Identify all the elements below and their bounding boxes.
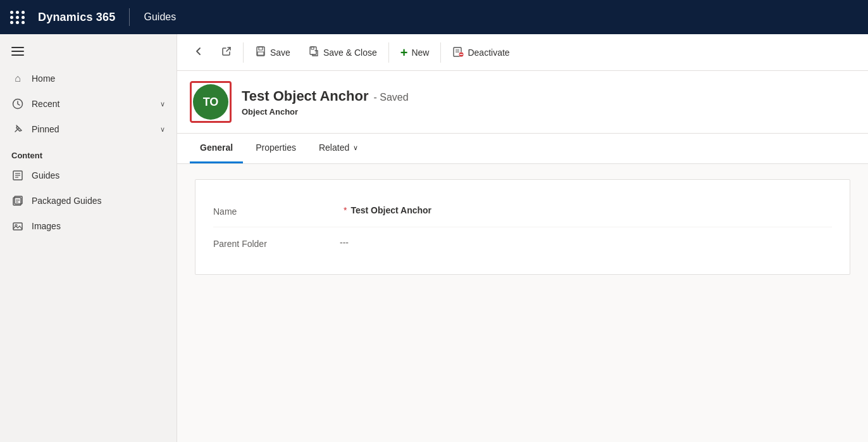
save-label: Save: [270, 47, 290, 58]
plus-icon: +: [400, 46, 408, 59]
field-value-name[interactable]: Test Object Anchor: [350, 205, 431, 215]
sidebar-item-home[interactable]: ⌂ Home: [0, 66, 177, 91]
sidebar-item-guides[interactable]: Guides: [0, 163, 177, 188]
field-value-parent-folder[interactable]: ---: [340, 237, 349, 248]
save-close-icon: [308, 46, 319, 60]
back-button[interactable]: [185, 34, 213, 70]
app-launcher-icon[interactable]: [10, 11, 25, 24]
toolbar-divider-3: [440, 42, 441, 63]
deactivate-icon: [452, 46, 464, 60]
tab-related[interactable]: Related ∨: [309, 134, 368, 163]
top-navigation: Dynamics 365 Guides: [0, 0, 868, 34]
save-close-button[interactable]: Save & Close: [299, 34, 386, 70]
tab-properties[interactable]: Properties: [245, 134, 306, 163]
sidebar-item-label: Images: [32, 221, 165, 231]
form-card: Name * Test Object Anchor Parent Folder …: [195, 179, 850, 275]
chevron-down-icon: ∨: [160, 125, 165, 134]
sidebar-item-packaged-guides[interactable]: Packaged Guides: [0, 188, 177, 213]
form-row-name: Name * Test Object Anchor: [213, 195, 832, 227]
field-label-parent-folder: Parent Folder: [213, 237, 340, 249]
guides-icon: [11, 169, 24, 182]
hamburger-menu-button[interactable]: [0, 42, 177, 66]
new-label: New: [411, 47, 429, 58]
form-row-parent-folder: Parent Folder ---: [213, 227, 832, 259]
sidebar-section-content: Content: [0, 142, 177, 163]
chevron-down-icon: ∨: [160, 100, 165, 108]
sidebar-item-label: Home: [32, 73, 165, 84]
toolbar: Save Save & Close + New: [177, 34, 868, 71]
deactivate-label: Deactivate: [468, 47, 509, 58]
form-area: Name * Test Object Anchor Parent Folder …: [177, 164, 868, 442]
recent-icon: [11, 98, 24, 110]
pin-icon: [11, 123, 24, 136]
sidebar-item-label: Recent: [32, 99, 152, 109]
app-title: Dynamics 365: [38, 11, 115, 24]
sidebar-item-label: Pinned: [32, 124, 152, 134]
new-button[interactable]: + New: [392, 34, 438, 70]
sidebar-item-recent[interactable]: Recent ∨: [0, 91, 177, 117]
packaged-guides-icon: [11, 194, 24, 207]
avatar: TO: [193, 84, 228, 120]
tab-general-label: General: [200, 142, 233, 153]
save-close-label: Save & Close: [323, 47, 377, 58]
sidebar-item-images[interactable]: Images: [0, 213, 177, 239]
sidebar-item-pinned[interactable]: Pinned ∨: [0, 117, 177, 142]
sidebar: ⌂ Home Recent ∨ Pinned ∨ Conte: [0, 34, 177, 442]
avatar-initials: TO: [203, 96, 219, 109]
popout-button[interactable]: [213, 34, 240, 70]
deactivate-button[interactable]: Deactivate: [443, 34, 518, 70]
required-indicator: *: [344, 205, 347, 215]
record-title-area: Test Object Anchor - Saved Object Anchor: [242, 88, 409, 117]
nav-divider: [129, 8, 130, 26]
record-type: Object Anchor: [242, 107, 409, 117]
images-icon: [11, 220, 24, 232]
tab-properties-label: Properties: [256, 142, 296, 153]
svg-rect-15: [257, 52, 264, 55]
record-saved-status: - Saved: [373, 92, 408, 103]
home-icon: ⌂: [11, 72, 24, 85]
module-name: Guides: [144, 11, 176, 23]
main-content: Save Save & Close + New: [177, 34, 868, 442]
toolbar-divider-2: [388, 42, 389, 63]
sidebar-item-label: Guides: [32, 170, 165, 180]
record-header: TO Test Object Anchor - Saved Object Anc…: [177, 71, 868, 134]
svg-line-12: [226, 47, 230, 51]
chevron-down-icon: ∨: [353, 144, 358, 152]
tab-related-label: Related: [319, 142, 349, 153]
back-icon: [194, 46, 204, 59]
tab-general[interactable]: General: [190, 134, 243, 163]
tabs: General Properties Related ∨: [177, 134, 868, 164]
sidebar-item-label: Packaged Guides: [32, 196, 165, 206]
avatar-wrapper: TO: [190, 81, 232, 123]
field-label-name: Name: [213, 205, 340, 217]
save-icon: [255, 46, 266, 60]
svg-rect-14: [259, 47, 263, 50]
svg-rect-10: [13, 223, 22, 230]
save-button[interactable]: Save: [246, 34, 299, 70]
popout-icon: [221, 46, 232, 59]
toolbar-divider: [243, 42, 244, 63]
svg-rect-13: [257, 47, 264, 56]
record-title: Test Object Anchor: [242, 88, 368, 104]
